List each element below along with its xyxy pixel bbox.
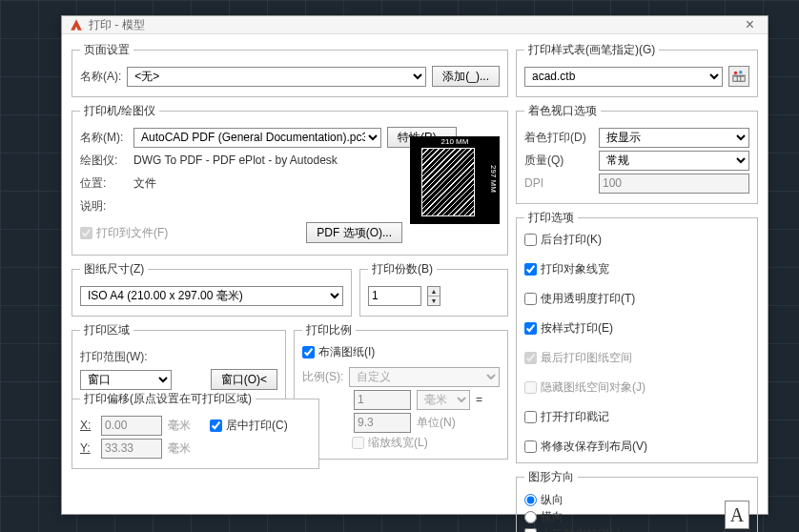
scale-label: 比例(S):	[302, 369, 343, 385]
orientation-group: 图形方向 纵向 横向 上下颠倒打印(-) A	[516, 469, 758, 532]
plot-paperspace-last-check: 最后打印图纸空间	[524, 350, 749, 366]
svg-point-1	[734, 72, 738, 75]
plot-stamp-check[interactable]: 打开打印戳记	[524, 409, 749, 425]
preview-paper-icon	[421, 148, 475, 216]
plot-with-styles-check[interactable]: 按样式打印(E)	[524, 320, 749, 337]
plot-scale-group: 打印比例 布满图纸(I) 比例(S): 自定义	[294, 322, 508, 460]
printer-name-select[interactable]: AutoCAD PDF (General Documentation).pc3	[133, 128, 381, 148]
window-pick-button[interactable]: 窗口(O)<	[211, 369, 277, 390]
scale-select: 自定义	[349, 367, 500, 387]
scale-unit2-label: 单位(N)	[417, 415, 456, 431]
portrait-radio[interactable]: 纵向	[524, 492, 749, 508]
preview-width-label: 210 MM	[410, 137, 500, 146]
plot-style-edit-button[interactable]	[728, 66, 749, 87]
shade-viewport-legend: 着色视口选项	[524, 103, 601, 119]
page-setup-legend: 页面设置	[80, 42, 133, 58]
pdf-options-button[interactable]: PDF 选项(O)...	[306, 222, 402, 243]
plotter-value: DWG To PDF - PDF ePlot - by Autodesk	[133, 153, 338, 167]
quality-select[interactable]: 常规	[599, 151, 749, 171]
scale-denominator-input	[354, 413, 411, 433]
landscape-radio[interactable]: 横向	[524, 509, 749, 525]
autocad-logo-icon	[70, 18, 83, 31]
copies-input[interactable]	[368, 286, 421, 306]
plot-offset-group: 打印偏移(原点设置在可打印区域) X: 毫米 居中打印(C) Y: 毫米	[72, 391, 319, 469]
dpi-label: DPI	[524, 176, 593, 190]
hide-paperspace-check: 隐藏图纸空间对象(J)	[524, 379, 749, 396]
plot-lineweights-check[interactable]: 打印对象线宽	[524, 261, 749, 277]
pen-table-icon	[732, 70, 746, 83]
pagesetup-name-label: 名称(A):	[80, 69, 121, 85]
svg-point-2	[739, 71, 743, 74]
scale-lineweight-check: 缩放线宽(L)	[352, 435, 500, 451]
plot-style-legend: 打印样式表(画笔指定)(G)	[524, 42, 659, 58]
shade-viewport-group: 着色视口选项 着色打印(D) 按显示 质量(Q) 常规 DPI	[516, 103, 758, 204]
plot-style-group: 打印样式表(画笔指定)(G) acad.ctb	[516, 42, 758, 97]
scale-numerator-input	[354, 390, 411, 410]
orientation-legend: 图形方向	[524, 469, 578, 485]
copies-legend: 打印份数(B)	[368, 261, 437, 277]
offset-x-label: X:	[80, 419, 95, 432]
copies-spinner[interactable]: ▲▼	[427, 286, 440, 306]
offset-x-unit: 毫米	[168, 418, 191, 434]
save-changes-check[interactable]: 将修改保存到布局(V)	[524, 439, 749, 455]
paper-size-select[interactable]: ISO A4 (210.00 x 297.00 毫米)	[80, 286, 343, 306]
upside-down-check[interactable]: 上下颠倒打印(-)	[524, 526, 749, 532]
titlebar[interactable]: 打印 - 模型 ×	[62, 16, 768, 34]
plot-scale-legend: 打印比例	[302, 322, 356, 338]
plot-transparency-check[interactable]: 使用透明度打印(T)	[524, 291, 749, 307]
plot-style-select[interactable]: acad.ctb	[524, 67, 723, 87]
plot-options-legend: 打印选项	[524, 210, 578, 226]
offset-y-unit: 毫米	[168, 440, 191, 457]
plot-range-select[interactable]: 窗口	[80, 370, 172, 390]
location-value: 文件	[133, 175, 156, 192]
pagesetup-name-select[interactable]: <无>	[127, 67, 426, 87]
shade-plot-select[interactable]: 按显示	[599, 128, 749, 148]
center-plot-check[interactable]: 居中打印(C)	[210, 418, 288, 434]
plot-range-label: 打印范围(W):	[80, 349, 148, 365]
close-button[interactable]: ×	[740, 16, 760, 33]
copies-group: 打印份数(B) ▲▼	[359, 261, 508, 317]
page-setup-group: 页面设置 名称(A): <无> 添加(_)...	[72, 42, 508, 97]
scale-unit1-select: 毫米	[417, 390, 470, 410]
orientation-icon: A	[725, 501, 749, 529]
fit-to-paper-check[interactable]: 布满图纸(I)	[302, 344, 500, 360]
printer-name-label: 名称(M):	[80, 130, 128, 146]
offset-y-input	[101, 439, 162, 459]
offset-x-input	[101, 416, 162, 436]
location-label: 位置:	[80, 175, 128, 192]
paper-size-group: 图纸尺寸(Z) ISO A4 (210.00 x 297.00 毫米)	[72, 261, 352, 317]
description-label: 说明:	[80, 198, 128, 215]
plot-area-legend: 打印区域	[80, 322, 133, 338]
offset-y-label: Y:	[80, 441, 95, 455]
plotter-label: 绘图仪:	[80, 153, 128, 169]
quality-label: 质量(Q)	[524, 153, 593, 169]
plot-offset-legend: 打印偏移(原点设置在可打印区域)	[80, 391, 256, 407]
printer-legend: 打印机/绘图仪	[80, 103, 159, 119]
plot-options-group: 打印选项 后台打印(K) 打印对象线宽 使用透明度打印(T) 按样式打印(E) …	[516, 210, 758, 463]
plot-dialog: 打印 - 模型 × 页面设置 名称(A): <无> 添加(_)... 打印机/绘…	[61, 15, 768, 515]
shade-plot-label: 着色打印(D)	[524, 130, 593, 146]
dpi-input	[599, 174, 749, 194]
window-title: 打印 - 模型	[89, 17, 145, 33]
background-plot-check[interactable]: 后台打印(K)	[524, 232, 749, 248]
plot-to-file-check[interactable]: 打印到文件(F)	[80, 225, 168, 241]
paper-preview: 210 MM 297 MM	[410, 136, 500, 224]
pagesetup-add-button[interactable]: 添加(_)...	[432, 66, 500, 87]
printer-group: 打印机/绘图仪 名称(M): AutoCAD PDF (General Docu…	[72, 103, 508, 256]
paper-size-legend: 图纸尺寸(Z)	[80, 261, 148, 277]
preview-height-label: 297 MM	[489, 165, 498, 193]
